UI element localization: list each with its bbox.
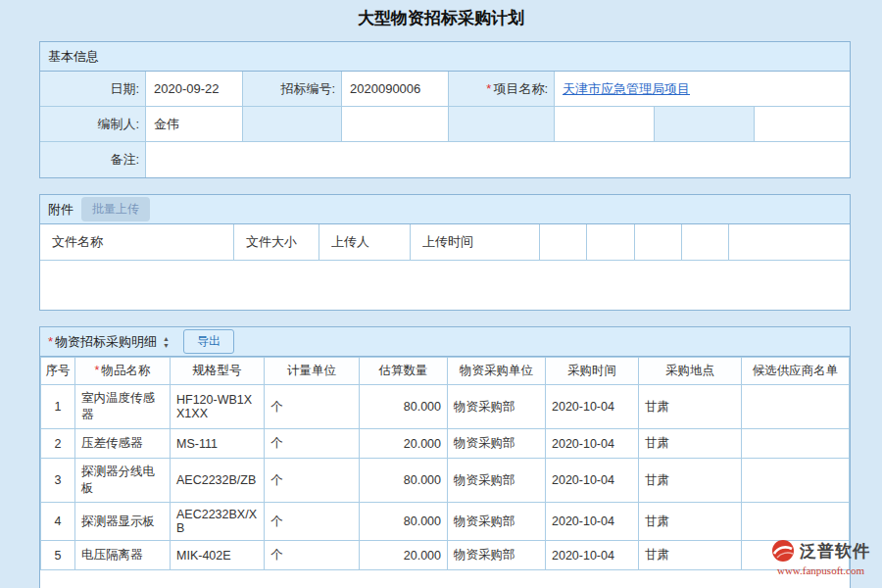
date-value: 2020-09-22 (146, 72, 243, 106)
details-cell-place: 甘肃 (639, 385, 742, 429)
empty-label-cell (449, 107, 555, 141)
col-file-name: 文件名称 (40, 224, 234, 260)
fanpu-logo-icon (771, 539, 795, 563)
project-value-cell: 天津市应急管理局项目 (555, 72, 850, 106)
details-cell-no: 2 (41, 429, 75, 459)
project-label-text: 项目名称: (493, 80, 548, 98)
details-cell-place: 甘肃 (639, 429, 742, 459)
details-cell-time: 2020-10-04 (546, 385, 639, 429)
basic-info-title: 基本信息 (48, 48, 99, 66)
basic-info-row-1: 日期: 2020-09-22 招标编号: 2020090006 * 项目名称: … (40, 72, 850, 107)
details-cell-suppliers (742, 429, 850, 459)
details-cell-time: 2020-10-04 (546, 503, 639, 541)
details-cell-no: 4 (41, 503, 75, 541)
details-col-dept: 物资采购单位 (448, 358, 546, 385)
details-cell-dept: 物资采购部 (448, 429, 546, 459)
details-cell-place: 甘肃 (639, 459, 742, 503)
details-table-header-row: 序号*物品名称规格型号计量单位估算数量物资采购单位采购时间采购地点候选供应商名单 (41, 358, 850, 385)
empty-label-cell (655, 107, 755, 141)
details-table-row: 5电压隔离器MIK-402E个20.000物资采购部2020-10-04甘肃 (41, 541, 850, 570)
details-cell-time: 2020-10-04 (546, 459, 639, 503)
col-empty (540, 224, 587, 260)
attachments-list-empty (40, 261, 850, 310)
details-col-place: 采购地点 (639, 358, 742, 385)
details-cell-no: 5 (41, 541, 75, 570)
basic-info-section: 基本信息 日期: 2020-09-22 招标编号: 2020090006 * 项… (39, 41, 851, 178)
details-cell-model: MS-111 (171, 429, 265, 459)
author-label: 编制人: (40, 107, 146, 141)
batch-upload-button[interactable]: 批量上传 (81, 197, 150, 221)
page-title: 大型物资招标采购计划 (0, 0, 882, 41)
details-table-row: 2压差传感器MS-111个20.000物资采购部2020-10-04甘肃 (41, 429, 850, 459)
details-cell-unit: 个 (265, 541, 360, 570)
empty-value-cell (555, 107, 655, 141)
details-col-name: *物品名称 (75, 358, 171, 385)
details-cell-place: 甘肃 (639, 541, 742, 570)
attachments-header: 附件 批量上传 (40, 195, 850, 224)
required-asterisk: * (48, 334, 53, 349)
sort-arrows-icon[interactable]: ▲ ▼ (163, 335, 170, 349)
details-cell-suppliers (742, 503, 850, 541)
details-col-suppliers: 候选供应商名单 (742, 358, 850, 385)
details-empty-space (40, 570, 850, 588)
details-cell-dept: 物资采购部 (448, 459, 546, 503)
details-cell-qty: 20.000 (360, 541, 448, 570)
empty-label-cell (243, 107, 342, 141)
sort-up-icon: ▲ (163, 335, 170, 342)
details-col-unit: 计量单位 (265, 358, 360, 385)
details-cell-model: AEC2232B/ZB (171, 459, 265, 503)
details-cell-name: 探测器显示板 (75, 503, 171, 541)
details-col-time: 采购时间 (546, 358, 639, 385)
details-cell-dept: 物资采购部 (448, 503, 546, 541)
details-cell-dept: 物资采购部 (448, 385, 546, 429)
details-cell-qty: 80.000 (360, 503, 448, 541)
col-empty (729, 224, 850, 260)
vendor-brand: 泛普软件 www.fanpusoft.com (771, 539, 870, 576)
attachments-title: 附件 (48, 201, 74, 219)
col-empty (635, 224, 682, 260)
details-cell-suppliers (742, 459, 850, 503)
details-cell-model: MIK-402E (171, 541, 265, 570)
details-cell-name: 探测器分线电板 (75, 459, 171, 503)
sort-down-icon: ▼ (163, 342, 170, 349)
details-title: 物资招标采购明细 (55, 333, 157, 351)
basic-info-row-3: 备注: (40, 142, 850, 177)
project-label: * 项目名称: (449, 72, 555, 106)
page: 大型物资招标采购计划 基本信息 日期: 2020-09-22 招标编号: 202… (0, 0, 882, 588)
details-cell-place: 甘肃 (639, 503, 742, 541)
author-value: 金伟 (146, 107, 243, 141)
details-cell-name: 室内温度传感器 (75, 385, 171, 429)
details-col-qty: 估算数量 (360, 358, 448, 385)
details-cell-time: 2020-10-04 (546, 541, 639, 570)
col-uploader: 上传人 (319, 224, 411, 260)
remark-value (146, 142, 850, 177)
empty-value-cell (755, 107, 850, 141)
details-cell-unit: 个 (265, 429, 360, 459)
details-cell-unit: 个 (265, 459, 360, 503)
details-col-no: 序号 (41, 358, 75, 385)
bid-no-value: 2020090006 (342, 72, 449, 106)
project-link[interactable]: 天津市应急管理局项目 (563, 80, 690, 98)
details-cell-model: HF120-WB1XX1XX (171, 385, 265, 429)
basic-info-row-2: 编制人: 金伟 (40, 107, 850, 142)
details-section: * 物资招标采购明细 ▲ ▼ 导出 序号*物品名称规格型号计量单位估算数量物资采… (39, 326, 851, 588)
attachments-section: 附件 批量上传 文件名称 文件大小 上传人 上传时间 (39, 194, 851, 311)
vendor-url: www.fanpusoft.com (771, 564, 870, 576)
required-asterisk: * (95, 364, 100, 377)
empty-value-cell (342, 107, 449, 141)
export-button[interactable]: 导出 (183, 329, 234, 354)
details-cell-no: 3 (41, 459, 75, 503)
details-cell-unit: 个 (265, 503, 360, 541)
details-cell-suppliers (742, 385, 850, 429)
details-cell-name: 压差传感器 (75, 429, 171, 459)
details-cell-name: 电压隔离器 (75, 541, 171, 570)
details-table-row: 4探测器显示板AEC2232BX/XB个80.000物资采购部2020-10-0… (41, 503, 850, 541)
details-table: 序号*物品名称规格型号计量单位估算数量物资采购单位采购时间采购地点候选供应商名单… (40, 357, 850, 570)
col-empty (587, 224, 635, 260)
bid-no-label: 招标编号: (243, 72, 342, 106)
details-cell-no: 1 (41, 385, 75, 429)
details-header: * 物资招标采购明细 ▲ ▼ 导出 (40, 327, 850, 357)
details-cell-model: AEC2232BX/XB (171, 503, 265, 541)
col-empty (682, 224, 729, 260)
details-cell-qty: 20.000 (360, 429, 448, 459)
